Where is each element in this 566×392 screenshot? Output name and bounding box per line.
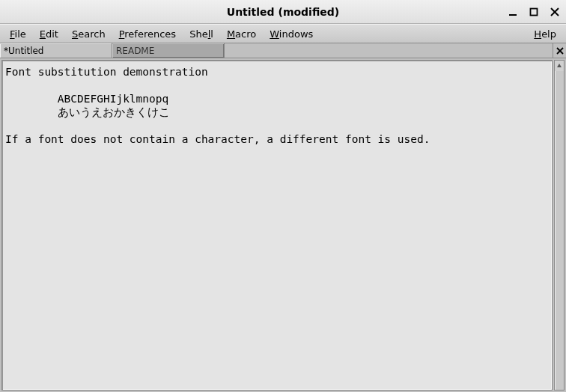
window-controls [506,5,562,19]
menu-help[interactable]: Help [527,26,563,42]
menu-file[interactable]: File [3,26,33,42]
menu-shell[interactable]: Shell [183,26,220,42]
menu-windows[interactable]: Windows [263,26,320,42]
svg-rect-0 [509,14,517,16]
scroll-up-arrow[interactable] [555,61,564,71]
menu-search[interactable]: Search [65,26,112,42]
menu-edit[interactable]: Edit [33,26,65,42]
menu-search-rest: earch [78,28,105,40]
text-editor[interactable]: Font substitution demonstration ABCDEFGH… [1,60,553,391]
menu-shell-pre: She [189,28,208,40]
tabbar: *Untitled README [0,43,566,58]
svg-rect-1 [531,8,538,15]
vertical-scrollbar[interactable] [554,60,565,391]
tab-untitled[interactable]: *Untitled [0,43,112,58]
menu-edit-rest: dit [46,28,58,40]
menu-preferences-rest: references [124,28,176,40]
tab-label: README [116,46,154,56]
menu-file-rest: ile [15,28,26,40]
window-title: Untitled (modified) [227,6,339,18]
titlebar: Untitled (modified) [0,0,566,24]
maximize-button[interactable] [527,5,541,19]
menu-macro-rest: acro [235,28,256,40]
minimize-button[interactable] [506,5,520,19]
editor-container: Font substitution demonstration ABCDEFGH… [0,58,566,392]
close-button[interactable] [548,5,562,19]
tab-close-button[interactable] [553,43,566,58]
menu-windows-rest: indows [279,28,313,40]
menubar: File Edit Search Preferences Shell Macro… [0,24,566,43]
menu-macro[interactable]: Macro [220,26,263,42]
menu-help-rest: elp [541,28,556,40]
svg-marker-6 [557,64,562,67]
menu-preferences[interactable]: Preferences [112,26,183,42]
menu-shell-post: l [210,28,213,40]
tab-readme[interactable]: README [112,43,225,58]
tab-label: *Untitled [4,46,43,56]
